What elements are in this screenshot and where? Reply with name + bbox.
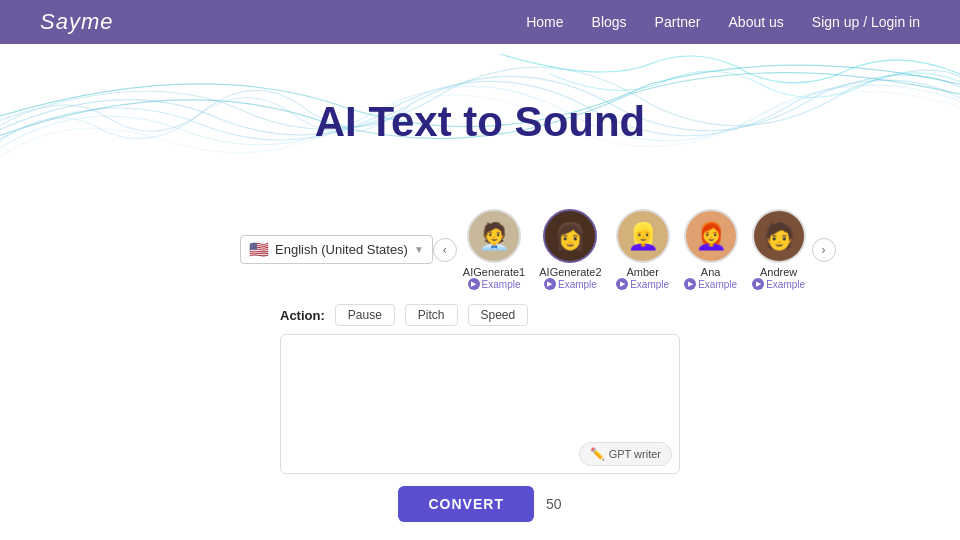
voice-avatar: 👱‍♀️ xyxy=(616,209,670,263)
voice-avatar: 🧑‍💼 xyxy=(467,209,521,263)
chevron-down-icon: ▼ xyxy=(414,244,424,255)
voice-example[interactable]: ▶ Example xyxy=(616,278,669,290)
gpt-writer-label: GPT writer xyxy=(609,448,661,460)
voice-name: Andrew xyxy=(760,266,797,278)
gpt-writer-button[interactable]: ✏️ GPT writer xyxy=(579,442,672,466)
play-icon: ▶ xyxy=(544,278,556,290)
voices-list: 🧑‍💼 AIGenerate1 ▶ Example 👩 AIGenerate2 … xyxy=(463,209,806,290)
voice-item-aigenerate2[interactable]: 👩 AIGenerate2 ▶ Example xyxy=(539,209,601,290)
nav-about[interactable]: About us xyxy=(729,14,784,30)
textarea-wrapper: ✏️ GPT writer xyxy=(280,334,680,474)
voice-item-aigenerate1[interactable]: 🧑‍💼 AIGenerate1 ▶ Example xyxy=(463,209,525,290)
voice-example[interactable]: ▶ Example xyxy=(468,278,521,290)
carousel-next-button[interactable]: › xyxy=(812,238,836,262)
char-count: 50 xyxy=(546,496,562,512)
action-label: Action: xyxy=(280,308,325,323)
voice-item-andrew[interactable]: 🧑 Andrew ▶ Example xyxy=(752,209,806,290)
nav-signup[interactable]: Sign up / Login in xyxy=(812,14,920,30)
header: Sayme Home Blogs Partner About us Sign u… xyxy=(0,0,960,44)
play-icon: ▶ xyxy=(752,278,764,290)
example-label: Example xyxy=(766,279,805,290)
nav-home[interactable]: Home xyxy=(526,14,563,30)
voice-item-ana[interactable]: 👩‍🦰 Ana ▶ Example xyxy=(684,209,738,290)
speed-button[interactable]: Speed xyxy=(468,304,529,326)
voice-example[interactable]: ▶ Example xyxy=(684,278,737,290)
voice-item-amber[interactable]: 👱‍♀️ Amber ▶ Example xyxy=(616,209,670,290)
pitch-button[interactable]: Pitch xyxy=(405,304,458,326)
convert-button[interactable]: CONVERT xyxy=(398,486,533,522)
language-label: English (United States) xyxy=(275,242,408,257)
main-content: 🇺🇸 English (United States) ▼ ‹ 🧑‍💼 AIGen… xyxy=(0,199,960,522)
action-row: Action: Pause Pitch Speed xyxy=(280,304,680,326)
voice-avatar: 👩‍🦰 xyxy=(684,209,738,263)
convert-row: CONVERT 50 xyxy=(398,486,561,522)
example-label: Example xyxy=(558,279,597,290)
hero-title: AI Text to Sound xyxy=(315,98,646,146)
carousel-prev-button[interactable]: ‹ xyxy=(433,238,457,262)
voice-example[interactable]: ▶ Example xyxy=(544,278,597,290)
example-label: Example xyxy=(698,279,737,290)
voice-name: AIGenerate1 xyxy=(463,266,525,278)
pause-button[interactable]: Pause xyxy=(335,304,395,326)
voice-name: Amber xyxy=(626,266,658,278)
voice-avatar: 👩 xyxy=(543,209,597,263)
voice-name: Ana xyxy=(701,266,721,278)
voice-selector-row: 🇺🇸 English (United States) ▼ ‹ 🧑‍💼 AIGen… xyxy=(240,209,720,290)
voice-avatar: 🧑 xyxy=(752,209,806,263)
example-label: Example xyxy=(482,279,521,290)
main-nav: Home Blogs Partner About us Sign up / Lo… xyxy=(526,14,920,30)
nav-partner[interactable]: Partner xyxy=(655,14,701,30)
hero-section: AI Text to Sound xyxy=(0,44,960,199)
voice-name: AIGenerate2 xyxy=(539,266,601,278)
flag-icon: 🇺🇸 xyxy=(249,240,269,259)
pencil-icon: ✏️ xyxy=(590,447,605,461)
voice-example[interactable]: ▶ Example xyxy=(752,278,805,290)
play-icon: ▶ xyxy=(616,278,628,290)
example-label: Example xyxy=(630,279,669,290)
logo: Sayme xyxy=(40,9,113,35)
language-dropdown[interactable]: 🇺🇸 English (United States) ▼ xyxy=(240,235,433,264)
play-icon: ▶ xyxy=(468,278,480,290)
nav-blogs[interactable]: Blogs xyxy=(592,14,627,30)
voice-carousel: ‹ 🧑‍💼 AIGenerate1 ▶ Example 👩 AIGenerate… xyxy=(433,209,836,290)
play-icon: ▶ xyxy=(684,278,696,290)
